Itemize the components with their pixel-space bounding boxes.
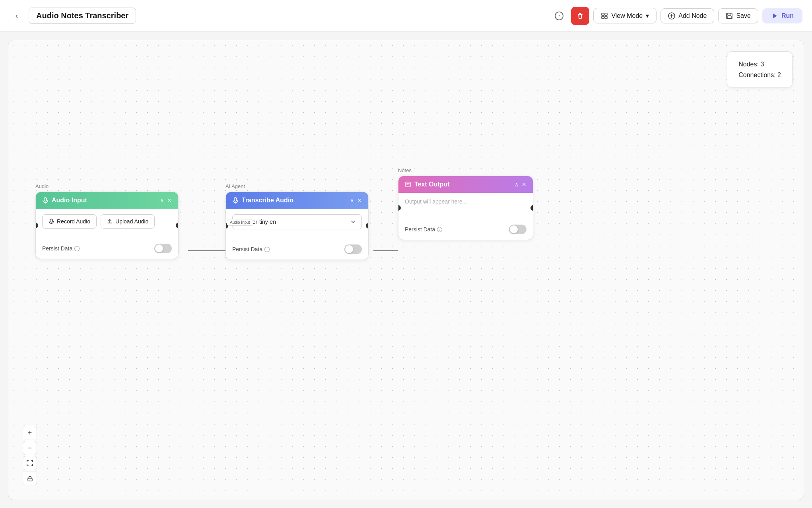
svg-text:i: i (77, 247, 78, 251)
transcribe-persist-label: Persist Data i (232, 246, 270, 252)
audio-input-node: In Out Audio Input ∧ (35, 192, 179, 259)
connections-stat: Connections: 2 (738, 70, 781, 80)
mic-icon (42, 197, 49, 204)
text-output-persist-label: Persist Data i (405, 226, 442, 233)
chevron-down-icon: ▾ (646, 12, 649, 19)
audio-out-dot (176, 223, 179, 228)
audio-out-connector: Out (176, 223, 179, 228)
svg-rect-10 (44, 198, 47, 201)
audio-persist-knob (155, 244, 163, 252)
audio-input-collapse-btn[interactable]: ∧ (160, 197, 164, 204)
add-node-label: Add Node (678, 12, 707, 19)
text-output-node: In Out Text Output ∧ ✕ (398, 176, 533, 240)
transcribe-persist-info-icon: i (264, 247, 270, 252)
fit-screen-button[interactable] (23, 456, 37, 470)
transcribe-mic-icon (232, 197, 239, 204)
canvas[interactable]: Nodes: 3 Connections: 2 Audio In Out (8, 40, 804, 500)
connections-svg (8, 40, 804, 500)
zoom-controls: + − (23, 426, 37, 485)
text-output-icon (405, 181, 411, 188)
transcribe-persist-row: Persist Data i (226, 240, 368, 260)
run-button[interactable]: Run (762, 8, 802, 23)
svg-rect-11 (50, 219, 52, 222)
transcribe-out-connector: Out (366, 223, 369, 229)
audio-in-connector: In (35, 223, 38, 228)
transcribe-title: Transcribe Audio (242, 197, 293, 204)
transcribe-close-btn[interactable]: ✕ (357, 197, 362, 204)
run-label: Run (781, 12, 794, 19)
transcribe-out-dot (366, 223, 369, 229)
audio-input-close-btn[interactable]: ✕ (167, 197, 172, 204)
zoom-in-button[interactable]: + (23, 426, 37, 440)
upload-icon (107, 219, 113, 224)
text-output-title: Text Output (414, 181, 450, 188)
upload-audio-button[interactable]: Upload Audio (101, 214, 155, 229)
transcribe-header: Transcribe Audio ∧ ✕ (226, 192, 368, 209)
transcribe-node-wrapper: AI Agent In Audio Input Out (225, 183, 369, 260)
audio-buttons: Record Audio Upload Audio (42, 214, 172, 229)
svg-rect-2 (602, 13, 604, 16)
audio-category-label: Audio (35, 183, 179, 189)
help-button[interactable]: ? (551, 8, 567, 24)
svg-text:?: ? (558, 13, 561, 19)
save-label: Save (736, 12, 750, 19)
text-output-header: Text Output ∧ ✕ (398, 176, 533, 193)
transcribe-node: In Audio Input Out Transcribe Audio (225, 192, 369, 260)
svg-rect-9 (727, 16, 731, 19)
topbar-icons: ? View Mode ▾ Add Node (551, 7, 802, 25)
text-output-out-connector: Out (530, 205, 533, 211)
transcribe-collapse-btn[interactable]: ∧ (350, 197, 354, 204)
audio-persist-toggle[interactable] (154, 244, 172, 253)
transcribe-persist-toggle[interactable] (344, 244, 362, 254)
svg-rect-5 (605, 16, 607, 19)
dropdown-chevron-icon (350, 219, 356, 225)
svg-rect-17 (406, 182, 410, 187)
stats-box: Nodes: 3 Connections: 2 (727, 51, 793, 88)
record-audio-button[interactable]: Record Audio (42, 214, 97, 229)
svg-rect-14 (234, 198, 237, 201)
svg-rect-4 (602, 16, 604, 19)
lock-button[interactable] (23, 471, 37, 485)
text-output-collapse-btn[interactable]: ∧ (515, 181, 519, 188)
lock-icon (27, 475, 33, 481)
audio-input-port-label: Audio Input (227, 219, 253, 226)
record-audio-label: Record Audio (57, 218, 90, 225)
record-mic-icon (49, 219, 54, 224)
audio-persist-row: Persist Data i (36, 240, 178, 259)
delete-button[interactable] (571, 7, 589, 25)
ai-agent-category-label: AI Agent (225, 183, 369, 189)
audio-input-header: Audio Input ∧ ✕ (36, 192, 178, 209)
view-mode-button[interactable]: View Mode ▾ (593, 8, 657, 23)
topbar: ‹ Audio Notes Transcriber ? View Mode ▾ (0, 0, 812, 32)
svg-text:i: i (439, 228, 440, 232)
save-button[interactable]: Save (718, 8, 758, 23)
fit-icon (27, 460, 33, 466)
text-output-close-btn[interactable]: ✕ (522, 181, 526, 188)
zoom-out-button[interactable]: − (23, 441, 37, 455)
transcribe-persist-knob (345, 245, 353, 253)
audio-input-node-wrapper: Audio In Out Audio Input (35, 183, 179, 259)
text-output-placeholder: Output will appear here... (398, 193, 533, 221)
audio-persist-label: Persist Data i (42, 245, 80, 252)
text-output-node-wrapper: Notes In Out Text Output (398, 167, 533, 240)
text-output-persist-toggle[interactable] (509, 225, 526, 234)
text-out-dot (530, 205, 533, 211)
svg-rect-20 (28, 478, 32, 481)
svg-text:i: i (267, 248, 268, 252)
text-in-dot (398, 205, 401, 211)
text-output-persist-knob (510, 225, 518, 233)
add-node-button[interactable]: Add Node (660, 8, 714, 23)
upload-audio-label: Upload Audio (115, 218, 148, 225)
workflow-title: Audio Notes Transcriber (29, 8, 136, 24)
audio-input-title: Audio Input (52, 197, 87, 204)
transcribe-in-connector: In Audio Input (225, 223, 228, 229)
audio-persist-info-icon: i (74, 246, 80, 251)
text-output-persist-info-icon: i (437, 227, 442, 232)
view-mode-label: View Mode (611, 12, 643, 19)
text-output-persist-row: Persist Data i (398, 221, 533, 240)
nodes-stat: Nodes: 3 (738, 59, 781, 70)
svg-rect-3 (605, 13, 607, 16)
back-button[interactable]: ‹ (10, 9, 24, 23)
text-output-in-connector: In (398, 205, 401, 211)
notes-category-label: Notes (398, 167, 533, 173)
